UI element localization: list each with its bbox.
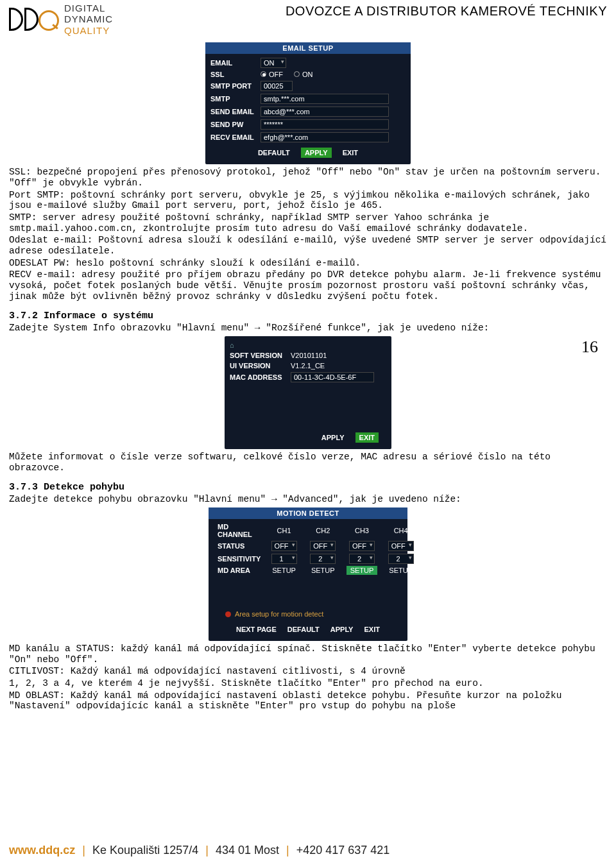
motion-note: Area setup for motion detect [214, 608, 402, 620]
exit-button[interactable]: EXIT [339, 148, 362, 158]
status-ch1[interactable]: OFF [271, 541, 297, 551]
para-ssl: SSL: bezpečné propojení přes přenosový p… [9, 167, 607, 188]
para-send-pw: ODESLAT PW: heslo poštovní schránky slou… [9, 258, 607, 269]
motion-apply-button[interactable]: APPLY [327, 624, 357, 635]
smtp-input[interactable]: smtp.***.com [261, 94, 389, 104]
section-372-intro: Zadejte System Info obrazovku "Hlavní me… [9, 323, 607, 334]
sens-ch1[interactable]: 1 [271, 554, 297, 564]
page-number: 16 [581, 337, 598, 357]
motion-exit-button[interactable]: EXIT [361, 624, 384, 635]
send-email-input[interactable]: abcd@***.com [261, 107, 389, 117]
status-ch3[interactable]: OFF [349, 541, 375, 551]
sens-ch4[interactable]: 2 [388, 554, 414, 564]
status-row: STATUS OFF OFF OFF OFF [214, 540, 420, 552]
label-smtp: SMTP [210, 95, 261, 103]
home-icon: ⌂ [230, 341, 234, 349]
logo-icon [9, 8, 59, 31]
sens-ch3[interactable]: 2 [349, 554, 375, 564]
send-pw-input[interactable]: ******* [261, 119, 389, 130]
area-ch2[interactable]: SETUP [307, 566, 339, 575]
page-content: EMAIL SETUP EMAIL ON SSL OFF ON SMTP POR… [0, 36, 616, 712]
sensitivity-row: SENSITIVITY 1 2 2 2 [214, 552, 420, 565]
sysinfo-screenshot: ⌂ SOFT VERSION V20101101 UI VERSION V1.2… [225, 336, 391, 449]
para-recv: RECV e-mail: adresy použité pro příjem o… [9, 269, 607, 302]
label-ui-version: UI VERSION [230, 362, 291, 370]
email-dropdown[interactable]: ON [261, 58, 286, 68]
label-status: STATUS [214, 540, 264, 552]
label-soft-version: SOFT VERSION [230, 352, 291, 359]
logo-text: DIGITAL DYNAMIC QUALITY [64, 3, 113, 36]
warning-dot-icon [225, 611, 231, 617]
after-motion-p4: MD OBLAST: Každý kanál má odpovídající n… [9, 690, 607, 712]
after-motion-p2: CITLIVOST: Každý kanál má odpovídající n… [9, 666, 607, 677]
label-md-area: MD AREA [214, 565, 264, 575]
label-sensitivity: SENSITIVITY [214, 552, 264, 565]
smtp-port-input[interactable]: 00025 [261, 81, 293, 91]
md-channel-row: MD CHANNEL CH1 CH2 CH3 CH4 [214, 522, 420, 540]
para-smtp: SMTP: server adresy použité poštovní sch… [9, 212, 607, 234]
motion-detect-screenshot: MOTION DETECT MD CHANNEL CH1 CH2 CH3 CH4… [209, 507, 407, 641]
motion-default-button[interactable]: DEFAULT [284, 624, 323, 635]
para-send-email: Odeslat e-mail: Poštovní adresa slouží k… [9, 235, 607, 256]
after-motion-p3: 1, 2, 3 a 4, ve kterém 4 je nejvyšší. St… [9, 678, 607, 689]
area-ch4[interactable]: SETUP [385, 566, 416, 575]
motion-title: MOTION DETECT [209, 507, 407, 519]
label-ssl: SSL [210, 71, 261, 78]
label-email: EMAIL [210, 59, 261, 67]
sysinfo-exit-button[interactable]: EXIT [355, 432, 379, 443]
md-ch1: CH1 [264, 522, 304, 540]
label-send-pw: SEND PW [210, 121, 261, 128]
sens-ch2[interactable]: 2 [310, 554, 336, 564]
section-373-intro: Zadejte detekce pohybu obrazovku "Hlavní… [9, 494, 607, 505]
md-ch2: CH2 [304, 522, 343, 540]
label-send-email: SEND EMAIL [210, 108, 261, 115]
logo-line3: QUALITY [64, 25, 113, 36]
email-setup-screenshot: EMAIL SETUP EMAIL ON SSL OFF ON SMTP POR… [205, 42, 411, 165]
md-area-row: MD AREA SETUP SETUP SETUP SETUP [214, 565, 420, 575]
logo-line2: DYNAMIC [64, 13, 113, 24]
status-ch4[interactable]: OFF [388, 541, 414, 551]
area-ch1[interactable]: SETUP [268, 566, 300, 575]
after-sysinfo: Můžete informovat o čísle verze softwaru… [9, 452, 607, 473]
header-title: DOVOZCE A DISTRIBUTOR KAMEROVÉ TECHNIKY [286, 3, 607, 19]
motion-note-text: Area setup for motion detect [235, 610, 323, 618]
section-373-heading: 3.7.3 Detekce pohybu [9, 482, 607, 493]
ui-version-value: V1.2.1_CE [291, 362, 386, 370]
sysinfo-apply-button[interactable]: APPLY [318, 432, 348, 443]
after-motion-p1: MD kanálu a STATUS: každý kanál má odpov… [9, 644, 607, 665]
recv-email-input[interactable]: efgh@***.com [261, 132, 389, 142]
logo-block: DIGITAL DYNAMIC QUALITY [9, 3, 113, 36]
label-md-channel: MD CHANNEL [214, 522, 264, 540]
para-smtp-port: Port SMTP: poštovní schránky port server… [9, 190, 607, 211]
email-setup-title: EMAIL SETUP [205, 42, 411, 54]
page-header: DIGITAL DYNAMIC QUALITY DOVOZCE A DISTRI… [0, 0, 616, 36]
status-ch2[interactable]: OFF [310, 541, 336, 551]
area-ch3[interactable]: SETUP [346, 566, 378, 575]
ssl-off-radio[interactable]: OFF [261, 71, 283, 78]
apply-button[interactable]: APPLY [301, 148, 332, 158]
label-recv-email: RECV EMAIL [210, 133, 261, 141]
logo-line1: DIGITAL [64, 3, 113, 13]
md-ch3: CH3 [343, 522, 382, 540]
section-372-heading: 3.7.2 Informace o systému [9, 311, 607, 321]
mac-value: 00-11-3C-4D-5E-6F [291, 372, 374, 382]
label-mac: MAC ADDRESS [230, 373, 291, 381]
motion-next-button[interactable]: NEXT PAGE [232, 624, 280, 635]
soft-version-value: V20101101 [291, 352, 386, 359]
label-smtp-port: SMTP PORT [210, 82, 261, 90]
default-button[interactable]: DEFAULT [254, 148, 294, 158]
ssl-on-radio[interactable]: ON [294, 71, 313, 78]
md-ch4: CH4 [381, 522, 420, 540]
